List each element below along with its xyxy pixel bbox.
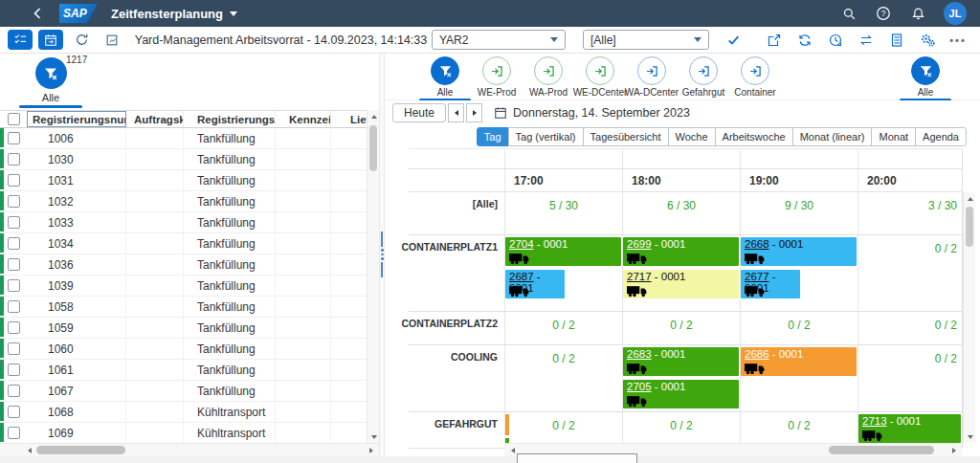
calendar-cell[interactable]: 6 / 30 xyxy=(622,192,740,234)
today-button[interactable]: Heute xyxy=(392,103,446,122)
calendar-vertical-scrollbar[interactable] xyxy=(963,192,975,443)
appointment[interactable]: 2717 - 0001 xyxy=(623,270,739,298)
calendar-cell[interactable]: 2699 - 00012717 - 0001 xyxy=(622,235,740,311)
history-clock-icon[interactable] xyxy=(827,32,844,49)
calendar-cell[interactable]: 0 / 2 xyxy=(504,312,622,344)
calendar-cell[interactable]: 0 / 2 xyxy=(740,312,858,344)
appointment[interactable]: 2686 - 0001 xyxy=(741,347,857,376)
checkbox-icon[interactable] xyxy=(8,258,20,271)
appointment[interactable]: 2705 - 0001 xyxy=(623,380,739,408)
checkbox-icon[interactable] xyxy=(8,195,20,208)
checkbox-icon[interactable] xyxy=(8,342,20,355)
table-row[interactable]: 1033Tankfüllung xyxy=(0,212,373,233)
checkbox-icon[interactable] xyxy=(8,321,20,334)
row-checkbox[interactable] xyxy=(0,170,27,190)
worklist-toggle-button[interactable] xyxy=(8,30,33,50)
appointment-id[interactable]: 2704 xyxy=(509,238,534,250)
help-icon[interactable]: ? xyxy=(875,5,892,22)
column-header-0[interactable]: Registrierungsnummer xyxy=(27,111,126,127)
appointment-id[interactable]: 2677 xyxy=(745,271,769,282)
row-checkbox[interactable] xyxy=(0,276,27,296)
scroll-left-arrow[interactable] xyxy=(23,444,35,456)
scrollbar-thumb[interactable] xyxy=(966,207,973,247)
appointment[interactable]: 2699 - 0001 xyxy=(623,237,739,266)
row-checkbox[interactable] xyxy=(0,254,27,275)
view-tab-agenda[interactable]: Agenda xyxy=(915,127,967,146)
settings-gears-icon[interactable] xyxy=(919,32,936,49)
overflow-menu-icon[interactable]: ••• xyxy=(949,32,967,49)
calendar-cell[interactable]: 5 / 30 xyxy=(504,192,622,234)
yard-select[interactable]: YAR2 xyxy=(432,30,566,50)
table-row[interactable]: 1061Tankfüllung xyxy=(0,360,373,381)
sync-icon[interactable] xyxy=(858,32,875,49)
calendar-cell[interactable]: 2686 - 0001 xyxy=(740,345,858,411)
table-vertical-scrollbar[interactable] xyxy=(367,110,379,443)
previous-day-button[interactable] xyxy=(448,103,464,122)
row-checkbox[interactable] xyxy=(0,360,27,380)
row-checkbox[interactable] xyxy=(0,191,27,211)
row-checkbox[interactable] xyxy=(0,149,27,169)
search-icon[interactable] xyxy=(840,5,858,22)
calendar-filter-chip-wa-dcenter[interactable]: WA-DCenter xyxy=(626,56,678,98)
checkbox-icon[interactable] xyxy=(8,300,20,313)
worklist-filter-tab-alle[interactable]: 1217 Alle xyxy=(19,57,82,108)
table-row[interactable]: 1031Tankfüllung xyxy=(0,170,373,191)
row-checkbox[interactable] xyxy=(0,297,27,317)
row-checkbox[interactable] xyxy=(0,339,27,359)
column-header-3[interactable]: Kennzeichen xyxy=(276,111,331,127)
row-checkbox[interactable] xyxy=(0,128,27,148)
back-icon[interactable] xyxy=(23,7,52,20)
scroll-down-arrow[interactable] xyxy=(964,430,976,443)
scroll-right-arrow[interactable] xyxy=(365,444,377,456)
calendar-toggle-button[interactable] xyxy=(38,30,63,50)
row-checkbox[interactable] xyxy=(0,381,27,401)
appointment-id[interactable]: 2717 xyxy=(627,271,652,282)
checkbox-icon[interactable] xyxy=(8,364,20,376)
splitter-grip[interactable] xyxy=(381,232,384,277)
table-row[interactable]: 1068Kühltransport xyxy=(0,402,373,423)
table-row[interactable]: 1006Tankfüllung xyxy=(0,128,373,149)
calendar-cell[interactable]: 3 / 30 xyxy=(858,192,963,234)
legend-list-icon[interactable] xyxy=(888,32,905,49)
app-title-menu[interactable]: Zeitfensterplanung xyxy=(111,7,237,21)
table-row[interactable]: 1069Kühltransport xyxy=(0,423,373,443)
notifications-bell-icon[interactable] xyxy=(909,5,926,22)
appointment[interactable]: 2687 - 0001 xyxy=(505,270,565,298)
view-tab-tag-vertikal-[interactable]: Tag (vertikal) xyxy=(508,127,584,146)
checkbox-icon[interactable] xyxy=(8,174,20,187)
view-tab-woche[interactable]: Woche xyxy=(668,127,716,146)
table-row[interactable]: 1059Tankfüllung xyxy=(0,318,373,339)
scrollbar-thumb[interactable] xyxy=(36,446,125,454)
calendar-filter-chip-wa-prod[interactable]: WA-Prod xyxy=(523,56,574,98)
table-row[interactable]: 1030Tankfüllung xyxy=(0,149,373,170)
scroll-up-arrow[interactable] xyxy=(964,192,976,205)
checkbox-icon[interactable] xyxy=(8,385,20,397)
scrollbar-thumb[interactable] xyxy=(829,446,934,454)
calendar-filter-chip-gefahrgut[interactable]: Gefahrgut xyxy=(678,56,729,98)
row-checkbox[interactable] xyxy=(0,212,27,232)
checkbox-icon[interactable] xyxy=(8,153,20,165)
checkbox-icon[interactable] xyxy=(8,216,20,229)
filter-select[interactable]: [Alle] xyxy=(583,30,709,50)
calendar-cell[interactable]: 0 / 2 xyxy=(504,345,622,411)
row-checkbox[interactable] xyxy=(0,423,27,443)
appointment[interactable]: 2713 - 0001 xyxy=(858,414,961,443)
appointment-id[interactable]: 2668 xyxy=(745,238,769,250)
row-checkbox[interactable] xyxy=(0,402,27,422)
view-tab-arbeitswoche[interactable]: Arbeitswoche xyxy=(715,127,793,146)
view-tab-tag[interactable]: Tag xyxy=(477,127,509,146)
calendar-cell[interactable]: 9 / 30 xyxy=(740,192,858,234)
table-row[interactable]: 1060Tankfüllung xyxy=(0,339,373,360)
scroll-right-arrow[interactable] xyxy=(947,444,960,456)
checkbox-icon[interactable] xyxy=(8,427,20,439)
checkbox-icon[interactable] xyxy=(8,113,20,125)
calendar-filter-chip-we-dcenter[interactable]: WE-DCenter xyxy=(574,56,626,98)
row-checkbox[interactable] xyxy=(0,318,27,338)
share-icon[interactable] xyxy=(766,32,783,49)
appointment-id[interactable]: 2687 xyxy=(509,271,534,282)
calendar-filter-chip-alle-right[interactable]: Alle xyxy=(900,56,951,101)
avatar[interactable]: JL xyxy=(944,2,967,25)
select-all-checkbox[interactable] xyxy=(0,111,27,127)
checkbox-icon[interactable] xyxy=(8,237,20,250)
view-tab-tages-bersicht[interactable]: Tagesübersicht xyxy=(583,127,669,146)
